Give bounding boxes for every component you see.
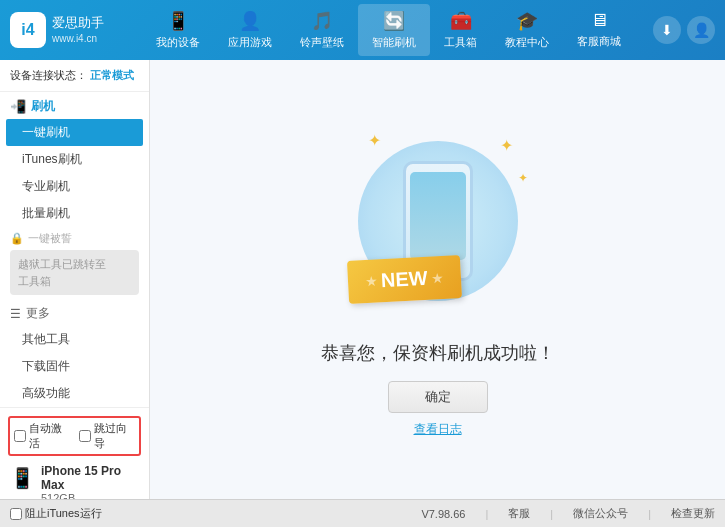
nav-apps-icon: 👤 — [239, 10, 261, 32]
nav-my-device-label: 我的设备 — [156, 35, 200, 50]
sparkle-2: ✦ — [500, 136, 513, 155]
header-right: ⬇ 👤 — [653, 16, 715, 44]
sidebar-status: 设备连接状态： 正常模式 — [0, 60, 149, 92]
sidebar-item-one-key-flash[interactable]: 一键刷机 — [6, 119, 143, 146]
flash-section-icon: 📲 — [10, 99, 26, 114]
more-icon: ☰ — [10, 307, 21, 321]
disabled-notice: 越狱工具已跳转至工具箱 — [10, 250, 139, 295]
version: V7.98.66 — [421, 508, 465, 520]
nav-my-device[interactable]: 📱 我的设备 — [142, 4, 214, 56]
nav-my-device-icon: 📱 — [167, 10, 189, 32]
other-tools-label: 其他工具 — [22, 332, 70, 346]
nav-merchant[interactable]: 🖥 客服商城 — [563, 4, 635, 56]
app-name: 爱思助手 — [52, 15, 104, 32]
nav-merchant-label: 客服商城 — [577, 34, 621, 49]
sidebar: 设备连接状态： 正常模式 📲 刷机 一键刷机 iTunes刷机 专业刷机 批量刷… — [0, 60, 150, 499]
disabled-section: 🔒 一键被誓 越狱工具已跳转至工具箱 — [0, 227, 149, 299]
logo-icon: i4 — [10, 12, 46, 48]
success-illustration: NEW ✦ ✦ ✦ — [338, 121, 538, 321]
sparkle-3: ✦ — [518, 171, 528, 185]
nav-flash-label: 智能刷机 — [372, 35, 416, 50]
auto-activate-checkbox[interactable]: 自动激活 — [14, 421, 71, 451]
disabled-label: 🔒 一键被誓 — [10, 231, 139, 246]
status-bar: 阻止iTunes运行 V7.98.66 | 客服 | 微信公众号 | 检查更新 — [0, 499, 725, 527]
disabled-text: 一键被誓 — [28, 231, 72, 246]
itunes-flash-label: iTunes刷机 — [22, 152, 82, 166]
status-mode: 正常模式 — [90, 69, 134, 81]
device-info: 📱 iPhone 15 Pro Max 512GB iPhone — [8, 460, 141, 499]
success-text: 恭喜您，保资料刷机成功啦！ — [321, 341, 555, 365]
new-label: NEW — [380, 267, 428, 292]
more-section-header: ☰ 更多 — [0, 299, 149, 326]
log-link[interactable]: 查看日志 — [414, 421, 462, 438]
nav-toolbox-label: 工具箱 — [444, 35, 477, 50]
status-prefix: 设备连接状态： — [10, 69, 87, 81]
divider-2: | — [550, 508, 553, 520]
nav-ringtone-label: 铃声壁纸 — [300, 35, 344, 50]
nav-tutorial-icon: 🎓 — [516, 10, 538, 32]
main-layout: 设备连接状态： 正常模式 📲 刷机 一键刷机 iTunes刷机 专业刷机 批量刷… — [0, 60, 725, 499]
sidebar-item-advanced[interactable]: 高级功能 — [0, 380, 149, 407]
batch-flash-label: 批量刷机 — [22, 206, 70, 220]
auto-activate-input[interactable] — [14, 430, 26, 442]
flash-section-header: 📲 刷机 — [0, 92, 149, 119]
customer-service[interactable]: 客服 — [508, 506, 530, 521]
confirm-button[interactable]: 确定 — [388, 381, 488, 413]
one-key-flash-label: 一键刷机 — [22, 125, 70, 139]
sparkle-1: ✦ — [368, 131, 381, 150]
nav-tutorial-label: 教程中心 — [505, 35, 549, 50]
nav-toolbox[interactable]: 🧰 工具箱 — [430, 4, 491, 56]
logo: i4 爱思助手 www.i4.cn — [10, 12, 104, 48]
nav-toolbox-icon: 🧰 — [450, 10, 472, 32]
download-btn[interactable]: ⬇ — [653, 16, 681, 44]
check-update[interactable]: 检查更新 — [671, 506, 715, 521]
pro-flash-label: 专业刷机 — [22, 179, 70, 193]
sidebar-item-download-firmware[interactable]: 下载固件 — [0, 353, 149, 380]
nav-bar: 📱 我的设备 👤 应用游戏 🎵 铃声壁纸 🔄 智能刷机 🧰 工具箱 🎓 教程中心… — [124, 4, 653, 56]
status-itunes-input[interactable] — [10, 508, 22, 520]
advanced-label: 高级功能 — [22, 386, 70, 400]
device-text: iPhone 15 Pro Max 512GB iPhone — [41, 464, 139, 499]
logo-text: 爱思助手 www.i4.cn — [52, 15, 104, 45]
divider-3: | — [648, 508, 651, 520]
sidebar-item-itunes-flash[interactable]: iTunes刷机 — [0, 146, 149, 173]
download-firmware-label: 下载固件 — [22, 359, 70, 373]
auto-activate-label: 自动激活 — [29, 421, 71, 451]
device-name: iPhone 15 Pro Max — [41, 464, 139, 492]
lock-icon: 🔒 — [10, 232, 24, 245]
nav-flash-icon: 🔄 — [383, 10, 405, 32]
logo-letter: i4 — [21, 21, 34, 39]
phone-screen — [410, 172, 466, 260]
nav-ringtone-icon: 🎵 — [311, 10, 333, 32]
sidebar-item-batch-flash[interactable]: 批量刷机 — [0, 200, 149, 227]
device-storage: 512GB — [41, 492, 139, 499]
skip-guide-checkbox[interactable]: 跳过向导 — [79, 421, 136, 451]
skip-guide-label: 跳过向导 — [94, 421, 136, 451]
status-itunes-checkbox[interactable]: 阻止iTunes运行 — [10, 506, 102, 521]
wechat-public[interactable]: 微信公众号 — [573, 506, 628, 521]
flash-section-label: 刷机 — [31, 98, 55, 115]
new-banner: NEW — [346, 255, 461, 304]
sidebar-item-other-tools[interactable]: 其他工具 — [0, 326, 149, 353]
skip-guide-input[interactable] — [79, 430, 91, 442]
nav-smart-flash[interactable]: 🔄 智能刷机 — [358, 4, 430, 56]
content-area: NEW ✦ ✦ ✦ 恭喜您，保资料刷机成功啦！ 确定 查看日志 — [150, 60, 725, 499]
divider-1: | — [485, 508, 488, 520]
status-itunes-label: 阻止iTunes运行 — [25, 506, 102, 521]
checkbox-row: 自动激活 跳过向导 — [8, 416, 141, 456]
nav-apps-label: 应用游戏 — [228, 35, 272, 50]
nav-tutorial[interactable]: 🎓 教程中心 — [491, 4, 563, 56]
user-btn[interactable]: 👤 — [687, 16, 715, 44]
app-url: www.i4.cn — [52, 32, 104, 45]
nav-ringtone[interactable]: 🎵 铃声壁纸 — [286, 4, 358, 56]
more-label: 更多 — [26, 305, 50, 322]
sidebar-item-pro-flash[interactable]: 专业刷机 — [0, 173, 149, 200]
device-phone-icon: 📱 — [10, 466, 35, 490]
header: i4 爱思助手 www.i4.cn 📱 我的设备 👤 应用游戏 🎵 铃声壁纸 🔄… — [0, 0, 725, 60]
nav-apps-games[interactable]: 👤 应用游戏 — [214, 4, 286, 56]
sidebar-bottom: 自动激活 跳过向导 📱 iPhone 15 Pro Max 512GB iPho… — [0, 407, 149, 499]
nav-merchant-icon: 🖥 — [590, 10, 608, 31]
